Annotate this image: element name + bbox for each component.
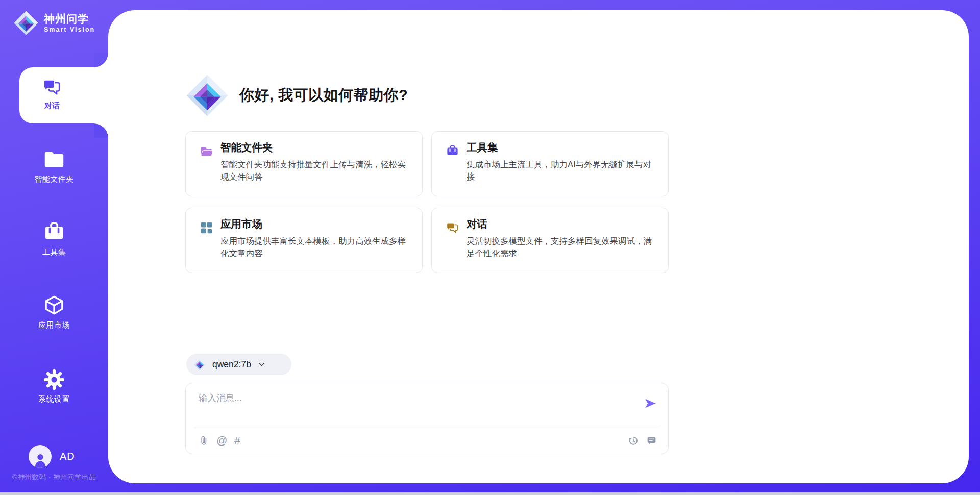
sidebar-item-label: 系统设置 <box>38 394 70 404</box>
composer-toolbar: @ # <box>199 432 657 449</box>
card-title: 智能文件夹 <box>220 140 273 155</box>
card-description: 集成市场上主流工具，助力AI与外界无缝扩展与对接 <box>467 159 655 183</box>
user-initials: AD <box>60 451 75 462</box>
greeting-diamond-icon <box>185 73 229 117</box>
window-bottom-edge <box>0 492 980 495</box>
brand-logo-block: 神州问学 Smart Vision <box>13 10 95 36</box>
sidebar-item-label: 应用市场 <box>38 320 70 330</box>
brand-name: 神州问学 <box>44 12 95 26</box>
chat-bubbles-icon <box>42 77 62 97</box>
card-description: 灵活切换多模型文件，支持多样回复效果调试，满足个性化需求 <box>467 235 655 259</box>
card-description: 智能文件夹功能支持批量文件上传与清洗，轻松实现文件问答 <box>220 159 409 183</box>
card-toolset[interactable]: 工具集 集成市场上主流工具，助力AI与外界无缝扩展与对接 <box>431 131 669 196</box>
active-tab-top-fillet <box>94 53 108 67</box>
brand-text: 神州问学 Smart Vision <box>44 12 95 34</box>
sidebar-item-label: 智能文件夹 <box>34 175 74 184</box>
sidebar-item-label: 工具集 <box>42 247 66 257</box>
greeting-title: 你好, 我可以如何帮助你? <box>239 85 408 106</box>
sidebar-item-chat-active[interactable]: 对话 <box>19 67 108 123</box>
card-chat[interactable]: 对话 灵活切换多模型文件，支持多样回复效果调试，满足个性化需求 <box>431 208 669 273</box>
attach-file-button[interactable] <box>199 433 209 448</box>
avatar <box>29 445 52 468</box>
copyright-text: ©神州数码 · 神州问学出品 <box>0 473 108 482</box>
sidebar: 神州问学 Smart Vision 对话 智能文件夹 工具集 应用市场 <box>0 0 108 495</box>
brand-diamond-icon <box>13 10 39 36</box>
send-button[interactable] <box>644 397 657 410</box>
card-app-market[interactable]: 应用市场 应用市场提供丰富长文本模板，助力高效生成多样化文章内容 <box>185 208 423 273</box>
message-composer: @ # <box>185 383 669 454</box>
history-icon <box>628 435 639 446</box>
card-description: 应用市场提供丰富长文本模板，助力高效生成多样化文章内容 <box>220 235 409 259</box>
gear-icon <box>42 368 66 391</box>
card-title: 对话 <box>467 217 487 231</box>
card-title: 工具集 <box>467 140 498 155</box>
feature-cards: 智能文件夹 智能文件夹功能支持批量文件上传与清洗，轻松实现文件问答 工具集 集成… <box>185 131 669 273</box>
sidebar-item-label: 对话 <box>44 101 60 111</box>
message-input[interactable] <box>199 389 632 407</box>
app-grid-icon <box>200 221 213 235</box>
comment-bubble-icon <box>646 435 657 446</box>
history-button[interactable] <box>628 433 639 448</box>
model-diamond-icon <box>193 358 206 371</box>
sidebar-item-smart-folder[interactable]: 智能文件夹 <box>0 148 108 184</box>
brand-subtitle: Smart Vision <box>44 26 95 34</box>
hashtag-button[interactable]: # <box>234 433 240 448</box>
folder-icon <box>42 148 66 171</box>
model-selector[interactable]: qwen2:7b <box>186 354 291 375</box>
model-name: qwen2:7b <box>212 359 251 370</box>
sidebar-item-toolset[interactable]: 工具集 <box>0 221 108 257</box>
app-window: 神州问学 Smart Vision 对话 智能文件夹 工具集 应用市场 <box>0 0 980 495</box>
active-tab-bottom-fillet <box>94 123 108 138</box>
mention-button[interactable]: @ <box>216 433 227 448</box>
person-icon <box>32 451 49 468</box>
conversation-button[interactable] <box>646 433 657 448</box>
chat-bubbles-icon <box>446 221 459 235</box>
paperclip-icon <box>199 435 209 446</box>
card-smart-folder[interactable]: 智能文件夹 智能文件夹功能支持批量文件上传与清洗，轻松实现文件问答 <box>185 131 423 196</box>
chevron-down-icon <box>257 360 266 369</box>
cube-icon <box>42 294 66 317</box>
folder-open-icon <box>200 144 213 158</box>
sidebar-item-settings[interactable]: 系统设置 <box>0 368 108 404</box>
toolbox-icon <box>446 144 459 158</box>
card-title: 应用市场 <box>220 217 262 231</box>
greeting-block: 你好, 我可以如何帮助你? <box>185 73 408 118</box>
sidebar-item-app-market[interactable]: 应用市场 <box>0 294 108 330</box>
send-icon <box>644 397 657 410</box>
user-account[interactable]: AD <box>29 445 75 468</box>
active-tab-content[interactable]: 对话 <box>19 67 108 123</box>
toolbar-right-group <box>628 433 657 448</box>
toolbox-icon <box>42 221 66 244</box>
composer-divider <box>194 428 660 428</box>
